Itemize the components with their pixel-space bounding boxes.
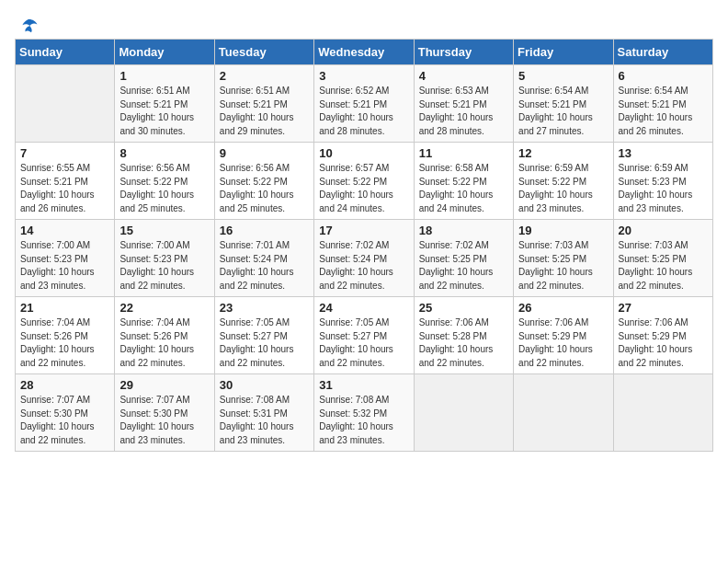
- day-number: 11: [419, 146, 508, 160]
- day-number: 31: [319, 378, 408, 392]
- day-info: Sunrise: 6:57 AMSunset: 5:22 PMDaylight:…: [319, 162, 408, 215]
- day-number: 15: [119, 224, 209, 237]
- column-header-monday: Monday: [115, 40, 214, 65]
- day-info: Sunrise: 6:51 AMSunset: 5:21 PMDaylight:…: [220, 85, 309, 138]
- day-info: Sunrise: 6:58 AMSunset: 5:22 PMDaylight:…: [419, 162, 508, 215]
- calendar-cell: [414, 374, 513, 452]
- day-info: Sunrise: 6:53 AMSunset: 5:21 PMDaylight:…: [419, 85, 508, 138]
- day-number: 2: [220, 69, 309, 83]
- calendar-cell: 21Sunrise: 7:04 AMSunset: 5:26 PMDayligh…: [16, 297, 115, 374]
- day-info: Sunrise: 7:04 AMSunset: 5:26 PMDaylight:…: [119, 316, 209, 370]
- calendar-cell: 7Sunrise: 6:55 AMSunset: 5:21 PMDaylight…: [16, 143, 115, 220]
- day-number: 10: [319, 146, 408, 160]
- calendar-table: SundayMondayTuesdayWednesdayThursdayFrid…: [15, 39, 713, 452]
- day-info: Sunrise: 7:06 AMSunset: 5:28 PMDaylight:…: [419, 316, 508, 370]
- day-number: 26: [518, 301, 608, 315]
- day-info: Sunrise: 6:59 AMSunset: 5:22 PMDaylight:…: [518, 162, 608, 215]
- day-number: 12: [518, 146, 608, 160]
- day-number: 3: [319, 69, 408, 83]
- day-info: Sunrise: 6:51 AMSunset: 5:21 PMDaylight:…: [119, 85, 209, 138]
- calendar-cell: 13Sunrise: 6:59 AMSunset: 5:23 PMDayligh…: [613, 143, 712, 220]
- day-info: Sunrise: 7:06 AMSunset: 5:29 PMDaylight:…: [619, 316, 708, 370]
- column-header-sunday: Sunday: [16, 40, 115, 65]
- calendar-cell: 29Sunrise: 7:07 AMSunset: 5:30 PMDayligh…: [115, 374, 214, 452]
- calendar-header: SundayMondayTuesdayWednesdayThursdayFrid…: [16, 40, 713, 65]
- day-info: Sunrise: 7:02 AMSunset: 5:25 PMDaylight:…: [419, 239, 508, 293]
- day-number: 14: [20, 224, 109, 237]
- day-number: 28: [20, 378, 109, 392]
- day-info: Sunrise: 6:59 AMSunset: 5:23 PMDaylight:…: [619, 162, 708, 215]
- calendar-cell: 25Sunrise: 7:06 AMSunset: 5:28 PMDayligh…: [414, 297, 513, 374]
- column-header-saturday: Saturday: [613, 40, 712, 65]
- day-info: Sunrise: 7:00 AMSunset: 5:23 PMDaylight:…: [20, 239, 109, 293]
- calendar-cell: 16Sunrise: 7:01 AMSunset: 5:24 PMDayligh…: [214, 220, 313, 297]
- calendar-cell: 17Sunrise: 7:02 AMSunset: 5:24 PMDayligh…: [314, 220, 414, 297]
- logo: [15, 15, 39, 33]
- week-row-1: 1Sunrise: 6:51 AMSunset: 5:21 PMDaylight…: [16, 65, 713, 143]
- day-info: Sunrise: 6:56 AMSunset: 5:22 PMDaylight:…: [220, 162, 309, 215]
- calendar-cell: 22Sunrise: 7:04 AMSunset: 5:26 PMDayligh…: [115, 297, 214, 374]
- page-header: [15, 15, 713, 33]
- day-info: Sunrise: 7:07 AMSunset: 5:30 PMDaylight:…: [20, 394, 109, 447]
- day-number: 21: [20, 301, 109, 315]
- day-number: 27: [619, 301, 708, 315]
- day-number: 20: [619, 224, 708, 237]
- calendar-body: 1Sunrise: 6:51 AMSunset: 5:21 PMDaylight…: [16, 65, 713, 452]
- day-number: 19: [518, 224, 608, 237]
- day-info: Sunrise: 6:54 AMSunset: 5:21 PMDaylight:…: [619, 85, 708, 138]
- day-info: Sunrise: 7:04 AMSunset: 5:26 PMDaylight:…: [20, 316, 109, 370]
- day-number: 24: [319, 301, 408, 315]
- calendar-cell: 20Sunrise: 7:03 AMSunset: 5:25 PMDayligh…: [613, 220, 712, 297]
- day-info: Sunrise: 7:02 AMSunset: 5:24 PMDaylight:…: [319, 239, 408, 293]
- calendar-cell: 23Sunrise: 7:05 AMSunset: 5:27 PMDayligh…: [214, 297, 313, 374]
- calendar-cell: 18Sunrise: 7:02 AMSunset: 5:25 PMDayligh…: [414, 220, 513, 297]
- calendar-cell: 8Sunrise: 6:56 AMSunset: 5:22 PMDaylight…: [115, 143, 214, 220]
- calendar-cell: 28Sunrise: 7:07 AMSunset: 5:30 PMDayligh…: [16, 374, 115, 452]
- column-header-wednesday: Wednesday: [314, 40, 414, 65]
- calendar-cell: 26Sunrise: 7:06 AMSunset: 5:29 PMDayligh…: [514, 297, 613, 374]
- calendar-cell: [514, 374, 613, 452]
- calendar-cell: [613, 374, 712, 452]
- calendar-cell: 9Sunrise: 6:56 AMSunset: 5:22 PMDaylight…: [214, 143, 313, 220]
- day-number: 5: [518, 69, 608, 83]
- calendar-cell: 27Sunrise: 7:06 AMSunset: 5:29 PMDayligh…: [613, 297, 712, 374]
- day-info: Sunrise: 7:05 AMSunset: 5:27 PMDaylight:…: [220, 316, 309, 370]
- column-header-friday: Friday: [514, 40, 613, 65]
- day-number: 13: [619, 146, 708, 160]
- week-row-3: 14Sunrise: 7:00 AMSunset: 5:23 PMDayligh…: [16, 220, 713, 297]
- week-row-4: 21Sunrise: 7:04 AMSunset: 5:26 PMDayligh…: [16, 297, 713, 374]
- day-number: 1: [119, 69, 209, 83]
- week-row-2: 7Sunrise: 6:55 AMSunset: 5:21 PMDaylight…: [16, 143, 713, 220]
- calendar-cell: 4Sunrise: 6:53 AMSunset: 5:21 PMDaylight…: [414, 65, 513, 143]
- calendar-cell: 2Sunrise: 6:51 AMSunset: 5:21 PMDaylight…: [214, 65, 313, 143]
- calendar-cell: 3Sunrise: 6:52 AMSunset: 5:21 PMDaylight…: [314, 65, 414, 143]
- day-info: Sunrise: 7:07 AMSunset: 5:30 PMDaylight:…: [119, 394, 209, 447]
- calendar-cell: 5Sunrise: 6:54 AMSunset: 5:21 PMDaylight…: [514, 65, 613, 143]
- day-number: 7: [20, 146, 109, 160]
- day-info: Sunrise: 6:52 AMSunset: 5:21 PMDaylight:…: [319, 85, 408, 138]
- day-number: 8: [119, 146, 209, 160]
- calendar-cell: 30Sunrise: 7:08 AMSunset: 5:31 PMDayligh…: [214, 374, 313, 452]
- day-number: 25: [419, 301, 508, 315]
- day-info: Sunrise: 7:06 AMSunset: 5:29 PMDaylight:…: [518, 316, 608, 370]
- header-row: SundayMondayTuesdayWednesdayThursdayFrid…: [16, 40, 713, 65]
- calendar-cell: [16, 65, 115, 143]
- calendar-cell: 11Sunrise: 6:58 AMSunset: 5:22 PMDayligh…: [414, 143, 513, 220]
- day-info: Sunrise: 7:03 AMSunset: 5:25 PMDaylight:…: [619, 239, 708, 293]
- day-number: 22: [119, 301, 209, 315]
- day-info: Sunrise: 6:55 AMSunset: 5:21 PMDaylight:…: [20, 162, 109, 215]
- day-info: Sunrise: 7:05 AMSunset: 5:27 PMDaylight:…: [319, 316, 408, 370]
- day-info: Sunrise: 7:08 AMSunset: 5:32 PMDaylight:…: [319, 394, 408, 447]
- column-header-tuesday: Tuesday: [214, 40, 313, 65]
- day-info: Sunrise: 6:56 AMSunset: 5:22 PMDaylight:…: [119, 162, 209, 215]
- calendar-cell: 1Sunrise: 6:51 AMSunset: 5:21 PMDaylight…: [115, 65, 214, 143]
- day-number: 30: [220, 378, 309, 392]
- day-number: 29: [119, 378, 209, 392]
- calendar-cell: 31Sunrise: 7:08 AMSunset: 5:32 PMDayligh…: [314, 374, 414, 452]
- day-info: Sunrise: 7:01 AMSunset: 5:24 PMDaylight:…: [220, 239, 309, 293]
- day-number: 17: [319, 224, 408, 237]
- calendar-cell: 14Sunrise: 7:00 AMSunset: 5:23 PMDayligh…: [16, 220, 115, 297]
- day-number: 6: [619, 69, 708, 83]
- day-number: 18: [419, 224, 508, 237]
- calendar-cell: 12Sunrise: 6:59 AMSunset: 5:22 PMDayligh…: [514, 143, 613, 220]
